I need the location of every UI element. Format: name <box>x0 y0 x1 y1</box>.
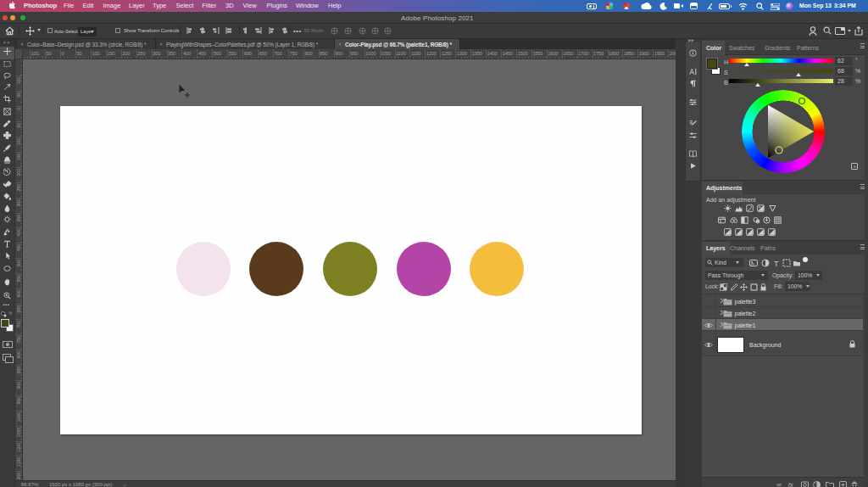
svg-text:T: T <box>774 259 779 267</box>
